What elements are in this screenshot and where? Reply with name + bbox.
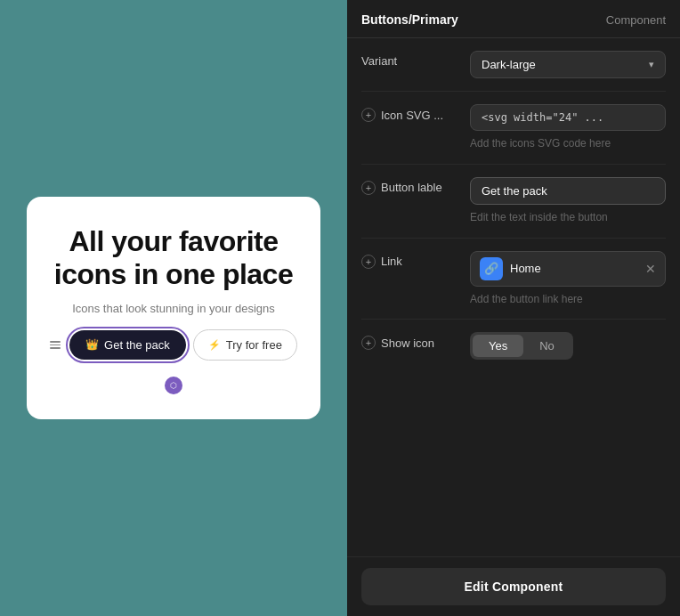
preview-card: All your favorite icons in one place Ico…: [27, 197, 320, 419]
preview-title: All your favorite icons in one place: [48, 225, 299, 291]
variant-label: Variant: [361, 54, 397, 68]
plus-icon-link[interactable]: +: [361, 255, 376, 269]
plus-icon-svg[interactable]: +: [361, 108, 376, 122]
variant-label-col: Variant: [361, 51, 459, 68]
panel-title: Buttons/Primary: [361, 12, 458, 27]
button-label-control: Edit the text inside the button: [470, 177, 666, 225]
left-panel: All your favorite icons in one place Ico…: [0, 0, 347, 616]
selection-icon: ⬡: [170, 381, 177, 390]
button-label-label: Button lable: [381, 181, 442, 194]
link-icon-box: 🔗: [480, 257, 503, 280]
icon-svg-hint: Add the icons SVG code here: [470, 136, 666, 151]
show-icon-no-option[interactable]: No: [523, 335, 571, 357]
link-label-col: + Link: [361, 251, 459, 269]
panel-body: Variant Dark-large ▾ + Icon SVG ... <svg…: [347, 38, 680, 556]
link-input-control[interactable]: 🔗 Home ✕: [470, 251, 666, 287]
edit-component-button[interactable]: Edit Component: [361, 568, 666, 605]
variant-row: Variant Dark-large ▾: [361, 38, 666, 92]
chevron-down-icon: ▾: [649, 59, 654, 70]
variant-value: Dark-large: [482, 58, 536, 71]
right-panel: Buttons/Primary Component Variant Dark-l…: [347, 0, 680, 616]
selection-indicator: ⬡: [165, 377, 182, 394]
panel-footer: Edit Component: [347, 556, 680, 616]
icon-svg-input[interactable]: <svg width="24" ...: [470, 104, 666, 131]
show-icon-toggle-group: Yes No: [470, 332, 573, 360]
preview-subtitle: Icons that look stunning in your designs: [72, 302, 275, 315]
variant-control: Dark-large ▾: [470, 51, 666, 78]
variant-dropdown[interactable]: Dark-large ▾: [470, 51, 666, 78]
button-label-input[interactable]: [470, 177, 666, 205]
show-icon-label-col: + Show icon: [361, 332, 459, 350]
plus-icon-label[interactable]: +: [361, 181, 376, 195]
plus-icon-show[interactable]: +: [361, 336, 376, 350]
link-control-col: 🔗 Home ✕ Add the button link here: [470, 251, 666, 307]
try-for-free-button[interactable]: ⚡ Try for free: [193, 329, 297, 361]
link-row: + Link 🔗 Home ✕ Add the button link here: [361, 239, 666, 320]
get-the-pack-button[interactable]: 👑 Get the pack: [69, 330, 186, 360]
panel-header: Buttons/Primary Component: [347, 0, 680, 38]
icon-svg-control: <svg width="24" ... Add the icons SVG co…: [470, 104, 666, 151]
show-icon-control: Yes No: [470, 332, 666, 360]
secondary-button-label: Try for free: [226, 338, 282, 352]
crown-icon: 👑: [85, 338, 99, 351]
link-close-icon[interactable]: ✕: [645, 262, 656, 276]
button-label-hint: Edit the text inside the button: [470, 210, 666, 225]
panel-type: Component: [606, 13, 666, 27]
bolt-icon: ⚡: [208, 339, 221, 351]
primary-button-label: Get the pack: [104, 338, 170, 352]
icon-svg-value: <svg width="24" ...: [482, 111, 603, 124]
link-label: Link: [381, 255, 402, 268]
preview-buttons-row: 👑 Get the pack ⚡ Try for free: [50, 329, 297, 361]
show-icon-label: Show icon: [381, 336, 434, 350]
link-value: Home: [510, 262, 638, 275]
link-chain-icon: 🔗: [484, 262, 498, 275]
button-label-row: + Button lable Edit the text inside the …: [361, 165, 666, 239]
icon-svg-label: Icon SVG ...: [381, 109, 443, 122]
icon-svg-row: + Icon SVG ... <svg width="24" ... Add t…: [361, 92, 666, 165]
icon-svg-label-col: + Icon SVG ...: [361, 104, 459, 122]
button-label-label-col: + Button lable: [361, 177, 459, 195]
show-icon-yes-option[interactable]: Yes: [473, 335, 523, 357]
drag-handle-icon: [50, 341, 61, 349]
show-icon-row: + Show icon Yes No: [361, 320, 666, 372]
link-hint: Add the button link here: [470, 292, 666, 307]
